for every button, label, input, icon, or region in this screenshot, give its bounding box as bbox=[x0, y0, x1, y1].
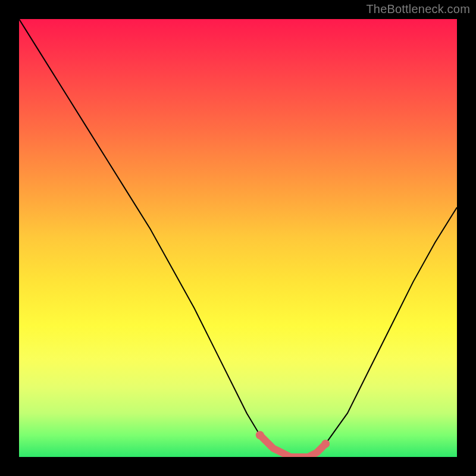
attribution-label: TheBottleneck.com bbox=[366, 2, 470, 16]
optimal-range-end-dot bbox=[321, 440, 330, 448]
chart-frame: TheBottleneck.com bbox=[0, 0, 476, 476]
plot-area bbox=[19, 19, 457, 457]
optimal-range-end-dot bbox=[256, 431, 264, 439]
bottleneck-curve bbox=[19, 19, 457, 457]
optimal-range-marker bbox=[260, 435, 325, 457]
